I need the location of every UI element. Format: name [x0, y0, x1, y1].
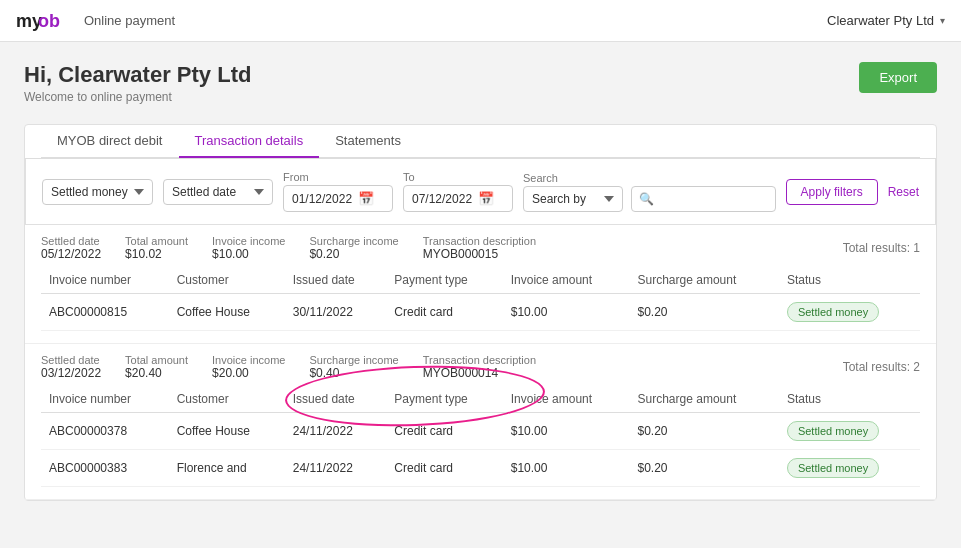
chevron-down-icon: ▾ [940, 15, 945, 26]
company-name: Clearwater Pty Ltd [827, 13, 934, 28]
settlement-meta-1: Settled date 05/12/2022 Total amount $10… [41, 235, 536, 261]
settled-date-label-1: Settled date [41, 235, 101, 247]
settled-date-value-1: 05/12/2022 [41, 247, 101, 261]
page-wrapper: my ob Online payment Clearwater Pty Ltd … [0, 0, 961, 517]
col-invoice-amount-1: Invoice amount [503, 267, 630, 294]
invoice-amount-cell: $10.00 [503, 450, 630, 487]
total-amount-value-2: $20.40 [125, 366, 188, 380]
settlement-meta-2: Settled date 03/12/2022 Total amount $20… [41, 354, 536, 380]
transaction-desc-label-2: Transaction description [423, 354, 536, 366]
calendar-icon: 📅 [358, 191, 374, 206]
table-header-row-1: Invoice number Customer Issued date Paym… [41, 267, 920, 294]
total-results-1: Total results: 1 [843, 241, 920, 255]
greeting-text: Hi, Clearwater Pty Ltd Welcome to online… [24, 62, 251, 120]
meta-invoice-income-1: Invoice income $10.00 [212, 235, 285, 261]
col-payment-type-1: Payment type [386, 267, 502, 294]
customer-cell: Coffee House [169, 413, 285, 450]
tabs: MYOB direct debit Transaction details St… [41, 125, 920, 158]
payment-type-cell: Credit card [386, 294, 502, 331]
status-cell: Settled money [779, 294, 920, 331]
tab-myob-direct-debit[interactable]: MYOB direct debit [41, 125, 179, 158]
filter-type-select[interactable]: Settled money All [42, 179, 153, 205]
settlement-group-2: Settled date 03/12/2022 Total amount $20… [25, 344, 936, 500]
total-amount-value-1: $10.02 [125, 247, 188, 261]
invoice-number-cell: ABC00000383 [41, 450, 169, 487]
meta-surcharge-income-1: Surcharge income $0.20 [309, 235, 398, 261]
status-cell: Settled money [779, 450, 920, 487]
search-group: Search Search by 🔍 [523, 172, 776, 212]
table-wrap-2: Invoice number Customer Issued date Paym… [25, 386, 936, 499]
col-status-2: Status [779, 386, 920, 413]
export-button[interactable]: Export [859, 62, 937, 93]
customer-cell: Coffee House [169, 294, 285, 331]
settlement-group-1: Settled date 05/12/2022 Total amount $10… [25, 225, 936, 344]
app-name: Online payment [84, 13, 175, 28]
settled-date-label-2: Settled date [41, 354, 101, 366]
filter-date-type-select[interactable]: Settled date [163, 179, 273, 205]
to-date-input[interactable]: 07/12/2022 📅 [403, 185, 513, 212]
surcharge-income-value-1: $0.20 [309, 247, 398, 261]
table-row: ABC00000815 Coffee House 30/11/2022 Cred… [41, 294, 920, 331]
invoice-number-cell: ABC00000815 [41, 294, 169, 331]
filter-to-group: To 07/12/2022 📅 [403, 171, 513, 212]
settled-date-value-2: 03/12/2022 [41, 366, 101, 380]
tabs-panel: MYOB direct debit Transaction details St… [24, 124, 937, 501]
filter-bar: Settled money All Settled date From 01/1… [25, 159, 936, 225]
col-invoice-number-2: Invoice number [41, 386, 169, 413]
filter-type-group: Settled money All [42, 179, 153, 205]
meta-total-amount-2: Total amount $20.40 [125, 354, 188, 380]
myob-logo: my ob [16, 10, 68, 32]
transaction-desc-value-2: MYOB000014 [423, 366, 536, 380]
surcharge-income-label-2: Surcharge income [309, 354, 398, 366]
col-surcharge-amount-2: Surcharge amount [630, 386, 779, 413]
reset-link[interactable]: Reset [888, 185, 919, 199]
issued-date-cell: 24/11/2022 [285, 450, 387, 487]
filter-date-type-group: Settled date [163, 179, 273, 205]
total-results-2: Total results: 2 [843, 360, 920, 374]
issued-date-cell: 24/11/2022 [285, 413, 387, 450]
invoice-income-label-2: Invoice income [212, 354, 285, 366]
svg-text:ob: ob [38, 11, 60, 31]
tab-statements[interactable]: Statements [319, 125, 417, 158]
from-date-input[interactable]: 01/12/2022 📅 [283, 185, 393, 212]
col-invoice-number-1: Invoice number [41, 267, 169, 294]
greeting-heading: Hi, Clearwater Pty Ltd [24, 62, 251, 88]
invoice-income-value-1: $10.00 [212, 247, 285, 261]
meta-settled-date-1: Settled date 05/12/2022 [41, 235, 101, 261]
meta-transaction-desc-1: Transaction description MYOB000015 [423, 235, 536, 261]
status-badge: Settled money [787, 458, 879, 478]
invoice-amount-cell: $10.00 [503, 413, 630, 450]
col-status-1: Status [779, 267, 920, 294]
tab-transaction-details[interactable]: Transaction details [179, 125, 320, 158]
surcharge-amount-cell: $0.20 [630, 450, 779, 487]
app-header: my ob Online payment Clearwater Pty Ltd … [0, 0, 961, 42]
to-label: To [403, 171, 513, 183]
col-payment-type-2: Payment type [386, 386, 502, 413]
payment-type-cell: Credit card [386, 413, 502, 450]
table-row: ABC00000383 Florence and 24/11/2022 Cred… [41, 450, 920, 487]
total-amount-label-1: Total amount [125, 235, 188, 247]
col-customer-2: Customer [169, 386, 285, 413]
table-1: Invoice number Customer Issued date Paym… [41, 267, 920, 331]
issued-date-cell: 30/11/2022 [285, 294, 387, 331]
settlement-header-1: Settled date 05/12/2022 Total amount $10… [25, 225, 936, 267]
invoice-income-label-1: Invoice income [212, 235, 285, 247]
col-customer-1: Customer [169, 267, 285, 294]
from-date-value: 01/12/2022 [292, 192, 352, 206]
col-invoice-amount-2: Invoice amount [503, 386, 630, 413]
header-left: my ob Online payment [16, 10, 175, 32]
company-selector[interactable]: Clearwater Pty Ltd ▾ [827, 13, 945, 28]
search-by-select[interactable]: Search by [523, 186, 623, 212]
search-input-wrap: 🔍 [631, 186, 776, 212]
search-label: Search [523, 172, 776, 184]
meta-settled-date-2: Settled date 03/12/2022 [41, 354, 101, 380]
meta-total-amount-1: Total amount $10.02 [125, 235, 188, 261]
greeting-row: Hi, Clearwater Pty Ltd Welcome to online… [24, 62, 937, 120]
apply-filters-button[interactable]: Apply filters [786, 179, 878, 205]
total-amount-label-2: Total amount [125, 354, 188, 366]
surcharge-amount-cell: $0.20 [630, 294, 779, 331]
transaction-desc-label-1: Transaction description [423, 235, 536, 247]
status-badge: Settled money [787, 421, 879, 441]
col-issued-date-2: Issued date [285, 386, 387, 413]
invoice-number-cell: ABC00000378 [41, 413, 169, 450]
